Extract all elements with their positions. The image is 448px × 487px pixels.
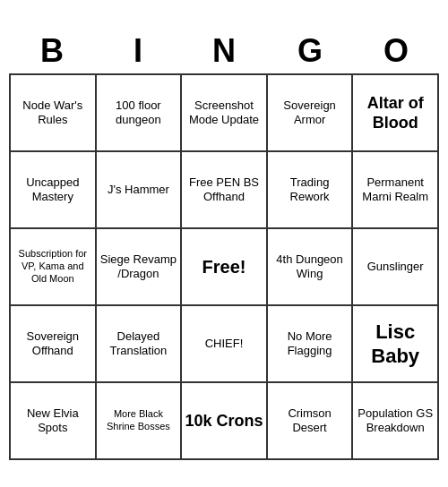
cell-4[interactable]: Altar of Blood — [353, 75, 439, 152]
cell-19[interactable]: Lisc Baby — [353, 306, 439, 383]
cell-2[interactable]: Screenshot Mode Update — [182, 75, 268, 152]
bingo-card: B I N G O Node War's Rules 100 floor dun… — [9, 27, 439, 460]
cell-18[interactable]: No More Flagging — [268, 306, 354, 383]
bingo-header: B I N G O — [9, 27, 439, 73]
cell-20[interactable]: New Elvia Spots — [11, 383, 97, 460]
header-letter-o: O — [357, 32, 435, 70]
cell-5[interactable]: Uncapped Mastery — [11, 152, 97, 229]
cell-12-free[interactable]: Free! — [182, 229, 268, 306]
cell-23[interactable]: Crimson Desert — [268, 383, 354, 460]
cell-7[interactable]: Free PEN BS Offhand — [182, 152, 268, 229]
cell-3[interactable]: Sovereign Armor — [268, 75, 354, 152]
header-letter-n: N — [185, 32, 263, 70]
cell-13[interactable]: 4th Dungeon Wing — [268, 229, 354, 306]
cell-21[interactable]: More Black Shrine Bosses — [97, 383, 183, 460]
cell-1[interactable]: 100 floor dungeon — [97, 75, 183, 152]
cell-15[interactable]: Sovereign Offhand — [11, 306, 97, 383]
cell-17[interactable]: CHIEF! — [182, 306, 268, 383]
cell-8[interactable]: Trading Rework — [268, 152, 354, 229]
header-letter-i: I — [99, 32, 177, 70]
header-letter-b: B — [13, 32, 91, 70]
header-letter-g: G — [271, 32, 349, 70]
cell-10[interactable]: Subscription for VP, Kama and Old Moon — [11, 229, 97, 306]
cell-14[interactable]: Gunslinger — [353, 229, 439, 306]
cell-11[interactable]: Siege Revamp /Dragon — [97, 229, 183, 306]
cell-6[interactable]: J's Hammer — [97, 152, 183, 229]
cell-9[interactable]: Permanent Marni Realm — [353, 152, 439, 229]
cell-0[interactable]: Node War's Rules — [11, 75, 97, 152]
cell-16[interactable]: Delayed Translation — [97, 306, 183, 383]
cell-22[interactable]: 10k Crons — [182, 383, 268, 460]
cell-24[interactable]: Population GS Breakdown — [353, 383, 439, 460]
bingo-grid: Node War's Rules 100 floor dungeon Scree… — [9, 73, 439, 460]
